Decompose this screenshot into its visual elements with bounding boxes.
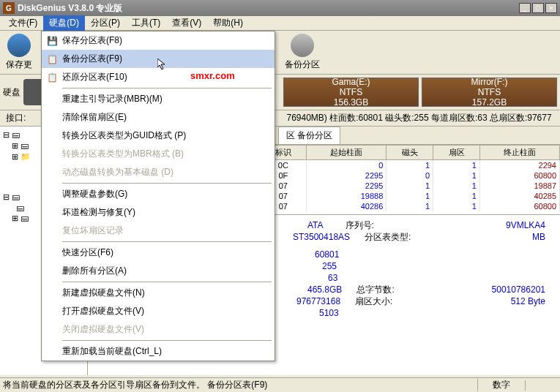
title-bar: G DiskGenius V3.8.0 专业版 _ □ × [0, 0, 560, 16]
backup-icon: 📋 [46, 53, 58, 65]
status-bar: 将当前硬盘的分区表及各分区引导扇区备份到文件。 备份分区表(F9) 数字 [0, 377, 560, 392]
partition-block-mirror[interactable]: Mirror(F:) NTFS 157.2GB [422, 78, 557, 107]
menu-tools[interactable]: 工具(T) [126, 15, 166, 31]
menu-convert-mbr: 转换分区表类型为MBR格式 (B) [42, 145, 275, 163]
col-start-cyl[interactable]: 起始柱面 [307, 146, 387, 160]
status-numlock: 数字 [477, 379, 525, 391]
menu-delete-all-partitions[interactable]: 删除所有分区(A) [42, 262, 275, 280]
menu-dynamic-to-basic: 动态磁盘转换为基本磁盘 (D) [42, 163, 275, 181]
status-message: 将当前硬盘的分区表及各分区引导扇区备份到文件。 备份分区表(F9) [3, 379, 477, 391]
window-title: DiskGenius V3.8.0 专业版 [18, 2, 519, 15]
disk-label: 硬盘 [3, 86, 20, 99]
watermark: smxr.com [190, 70, 235, 81]
save-icon: 💾 [46, 35, 58, 47]
menu-help[interactable]: 帮助(H) [207, 15, 249, 31]
menu-convert-guid[interactable]: 转换分区表类型为GUID格式 (P) [42, 127, 275, 145]
menu-reset-bad-sectors: 复位坏扇区记录 [42, 222, 275, 240]
menu-close-vhd: 关闭虚拟硬盘文件(V) [42, 320, 275, 339]
menu-backup-partition-table[interactable]: 📋备份分区表(F9) [42, 50, 275, 68]
app-icon: G [3, 2, 15, 14]
menu-partition[interactable]: 分区(P) [85, 15, 126, 31]
toolbar-restore[interactable]: 备份分区 [282, 31, 323, 74]
menu-bad-track[interactable]: 坏道检测与修复(Y) [42, 203, 275, 222]
close-button[interactable]: × [545, 3, 557, 13]
menu-bar: 文件(F) 硬盘(D) 分区(P) 工具(T) 查看(V) 帮助(H) [0, 16, 560, 31]
toolbar-save[interactable]: 保存更 [3, 31, 35, 74]
menu-adjust-params[interactable]: 调整硬盘参数(G) [42, 185, 275, 203]
menu-rebuild-mbr[interactable]: 重建主引导记录(MBR)(M) [42, 90, 275, 108]
menu-reload-disk[interactable]: 重新加载当前硬盘(Ctrl_L) [42, 342, 275, 361]
menu-clear-reserved[interactable]: 清除保留扇区(E) [42, 108, 275, 127]
col-end-cyl[interactable]: 终止柱面 [479, 146, 559, 160]
menu-new-vhd[interactable]: 新建虚拟硬盘文件(N) [42, 284, 275, 302]
menu-save-partition-table[interactable]: 💾保存分区表(F8) [42, 31, 275, 50]
menu-restore-partition-table[interactable]: 📋还原分区表(F10) [42, 68, 275, 86]
disk-dropdown-menu: 💾保存分区表(F8) 📋备份分区表(F9) 📋还原分区表(F10) 重建主引导记… [41, 31, 275, 361]
minimize-button[interactable]: _ [519, 3, 531, 13]
maximize-button[interactable]: □ [532, 3, 544, 13]
menu-disk[interactable]: 硬盘(D) [43, 15, 85, 31]
col-sector[interactable]: 扇区 [433, 146, 480, 160]
menu-open-vhd[interactable]: 打开虚拟硬盘文件(V) [42, 302, 275, 320]
restore-icon: 📋 [46, 72, 58, 83]
menu-file[interactable]: 文件(F) [3, 15, 43, 31]
tab-backup-partition[interactable]: 区 备份分区 [278, 127, 340, 144]
menu-quick-partition[interactable]: 快速分区(F6) [42, 244, 275, 262]
col-head[interactable]: 磁头 [387, 146, 433, 160]
menu-view[interactable]: 查看(V) [166, 15, 207, 31]
partition-block-gama[interactable]: Gama(E:) NTFS 156.3GB [283, 78, 419, 107]
